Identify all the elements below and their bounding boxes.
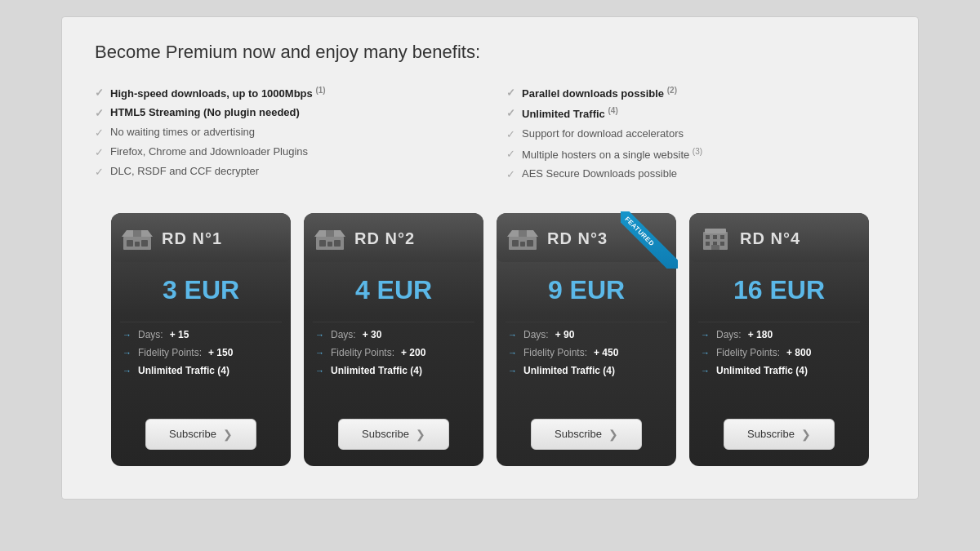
arrow-icon: → <box>315 366 324 375</box>
subscribe-button-rd3[interactable]: Subscribe ❯ <box>531 419 642 450</box>
shop-icon <box>314 227 345 251</box>
plan-detail-traffic: → Unlimited Traffic (4) <box>122 365 279 376</box>
svg-rect-2 <box>135 242 140 247</box>
svg-rect-21 <box>720 242 724 246</box>
days-label: Days: <box>331 329 356 340</box>
benefit-text: Parallel downloads possible <box>522 87 664 100</box>
svg-rect-4 <box>133 230 141 237</box>
check-icon: ✓ <box>95 107 104 119</box>
plan-detail-fidelity: → Fidelity Points: + 200 <box>315 347 472 358</box>
benefits-right: ✓ Parallel downloads possible (2) ✓ Unli… <box>506 82 885 184</box>
benefit-item: ✓ Unlimited Traffic (4) <box>506 103 885 123</box>
subscribe-label: Subscribe <box>555 428 602 440</box>
svg-rect-8 <box>334 240 341 247</box>
plan-header: RD N°4 <box>689 213 869 262</box>
svg-rect-3 <box>141 240 148 247</box>
fidelity-value: + 450 <box>594 347 618 358</box>
benefit-sup: (1) <box>315 86 325 95</box>
days-value: + 30 <box>363 329 382 340</box>
fidelity-label: Fidelity Points: <box>716 347 780 358</box>
days-label: Days: <box>716 329 742 340</box>
svg-rect-1 <box>127 240 133 247</box>
arrow-icon: → <box>701 366 710 375</box>
plan-detail-fidelity: → Fidelity Points: + 800 <box>701 347 858 358</box>
benefit-text: High-speed downloads, up to 1000Mbps <box>110 87 313 100</box>
subscribe-button-rd4[interactable]: Subscribe ❯ <box>724 419 835 450</box>
fidelity-label: Fidelity Points: <box>523 347 587 358</box>
plan-price: 3 EUR <box>163 262 239 315</box>
plan-detail-days: → Days: + 180 <box>701 329 858 340</box>
btn-arrow-icon: ❯ <box>416 428 425 441</box>
svg-rect-14 <box>519 230 527 237</box>
featured-ribbon <box>621 211 678 269</box>
divider <box>506 322 667 322</box>
plan-name: RD N°2 <box>354 229 415 248</box>
benefit-text: Multiple hosters on a single website <box>522 149 689 161</box>
arrow-icon: → <box>122 348 131 358</box>
plan-detail-days: → Days: + 90 <box>508 329 665 340</box>
svg-rect-18 <box>720 235 724 239</box>
benefit-text: DLC, RSDF and CCF decrypter <box>110 165 259 177</box>
check-icon: ✓ <box>506 148 515 160</box>
subscribe-label: Subscribe <box>362 428 409 440</box>
arrow-icon: → <box>508 330 517 340</box>
btn-arrow-icon: ❯ <box>608 428 618 441</box>
divider <box>313 322 474 322</box>
divider <box>698 322 860 322</box>
svg-rect-16 <box>706 235 710 239</box>
benefit-item: ✓ Firefox, Chrome and Jdownloader Plugin… <box>95 142 474 162</box>
plans-row: RD N°1 3 EUR → Days: + 15 → Fidelity Poi… <box>95 213 885 466</box>
shop-icon <box>507 227 538 251</box>
arrow-icon: → <box>701 330 710 340</box>
svg-rect-23 <box>705 229 726 233</box>
plan-name: RD N°1 <box>162 229 222 248</box>
plan-price: 4 EUR <box>355 262 432 315</box>
fidelity-value: + 800 <box>786 347 811 358</box>
arrow-icon: → <box>122 330 131 340</box>
fidelity-label: Fidelity Points: <box>138 347 202 358</box>
arrow-icon: → <box>508 366 517 375</box>
plan-icon <box>506 226 539 252</box>
check-icon: ✓ <box>95 166 104 178</box>
plan-header: RD N°1 <box>111 213 291 262</box>
check-icon: ✓ <box>506 107 515 119</box>
benefit-text: Support for download accelerators <box>522 127 684 140</box>
plan-details: → Days: + 30 → Fidelity Points: + 200 → … <box>304 329 483 402</box>
svg-rect-11 <box>512 240 519 247</box>
benefit-text: AES Secure Downloads possible <box>522 167 677 180</box>
check-icon: ✓ <box>95 87 104 99</box>
btn-arrow-icon: ❯ <box>223 428 233 441</box>
svg-rect-7 <box>327 242 332 247</box>
arrow-icon: → <box>315 330 324 340</box>
plan-card-rd4: RD N°4 16 EUR → Days: + 180 → Fidelity P… <box>689 213 869 466</box>
svg-rect-12 <box>520 242 525 247</box>
plan-card-rd2: RD N°2 4 EUR → Days: + 30 → Fidelity Poi… <box>304 213 483 466</box>
subscribe-label: Subscribe <box>747 428 795 440</box>
days-value: + 180 <box>748 329 773 340</box>
benefit-item: ✓ Multiple hosters on a single website (… <box>506 144 885 164</box>
benefit-item: ✓ High-speed downloads, up to 1000Mbps (… <box>95 82 474 103</box>
btn-arrow-icon: ❯ <box>801 428 811 441</box>
svg-rect-22 <box>711 245 719 250</box>
plan-card-rd1: RD N°1 3 EUR → Days: + 15 → Fidelity Poi… <box>111 213 291 466</box>
subscribe-button-rd2[interactable]: Subscribe ❯ <box>338 419 449 450</box>
benefit-item: ✓ Support for download accelerators <box>506 124 885 144</box>
svg-rect-9 <box>326 230 334 237</box>
subscribe-button-rd1[interactable]: Subscribe ❯ <box>145 419 256 450</box>
plan-detail-fidelity: → Fidelity Points: + 150 <box>122 347 279 358</box>
plan-detail-traffic: → Unlimited Traffic (4) <box>701 365 858 376</box>
fidelity-value: + 200 <box>401 347 425 358</box>
plan-name: RD N°3 <box>547 229 608 248</box>
svg-rect-13 <box>527 240 533 247</box>
days-label: Days: <box>523 329 549 340</box>
arrow-icon: → <box>122 366 131 375</box>
benefit-text: Unlimited Traffic <box>522 109 605 121</box>
main-container: Become Premium now and enjoy many benefi… <box>61 16 919 500</box>
benefit-item: ✓ AES Secure Downloads possible <box>506 164 885 184</box>
shop-icon <box>122 227 153 251</box>
fidelity-value: + 150 <box>208 347 233 358</box>
plan-card-rd3: RD N°3 9 EUR → Days: + 90 → Fidelity Poi… <box>497 213 676 466</box>
traffic-value: Unlimited Traffic (4) <box>523 365 615 376</box>
fidelity-label: Fidelity Points: <box>331 347 394 358</box>
page-title: Become Premium now and enjoy many benefi… <box>95 42 885 63</box>
